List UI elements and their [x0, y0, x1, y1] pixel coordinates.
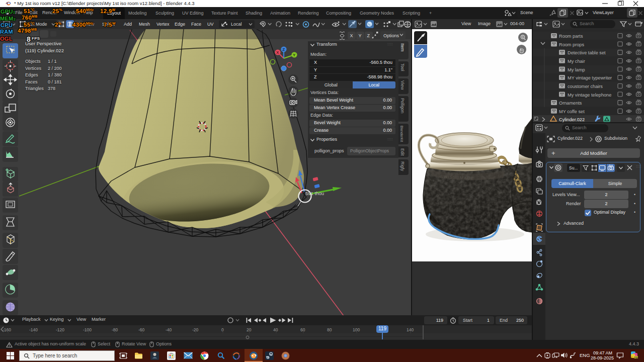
svg-text:Detective table set: Detective table set [568, 50, 606, 55]
svg-text:Z: Z [282, 47, 285, 52]
svg-text:coustomer chairs: coustomer chairs [568, 84, 603, 89]
svg-text:Cylinder.022: Cylinder.022 [559, 117, 585, 122]
svg-text:My chair: My chair [568, 59, 585, 64]
svg-text:Room props: Room props [559, 42, 584, 47]
svg-text:Room parts: Room parts [559, 34, 583, 39]
svg-text:PRO: PRO [634, 356, 638, 359]
svg-text:Y: Y [359, 33, 362, 38]
svg-text:Y: Y [293, 53, 296, 57]
svg-text:MY coffe set: MY coffe set [559, 109, 585, 114]
svg-text:X: X [350, 33, 353, 38]
svg-text:My vintage telephone: My vintage telephone [568, 93, 611, 98]
svg-text:591 thou: 591 thou [305, 191, 324, 196]
svg-text:X: X [276, 50, 279, 55]
svg-text:MY vintage typewriter: MY vintage typewriter [568, 75, 612, 80]
svg-text:Options: Options [383, 33, 399, 38]
svg-text:My lamp: My lamp [568, 67, 585, 72]
svg-text:Z: Z [367, 33, 370, 38]
svg-text:Ornaments: Ornaments [559, 101, 582, 106]
